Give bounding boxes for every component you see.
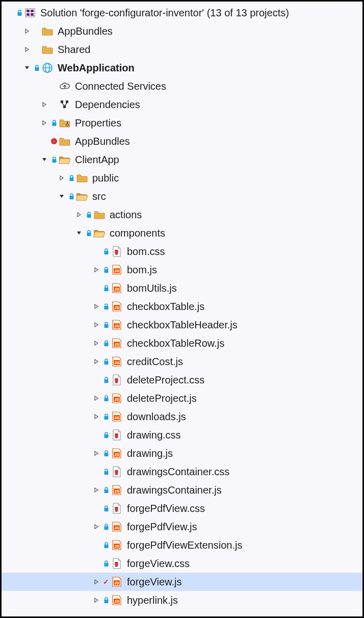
chevron-right-icon[interactable] (92, 266, 100, 274)
tree-item[interactable]: Properties (2, 114, 362, 132)
tree-item-label: forgePdfView.css (127, 503, 205, 514)
chevron-down-icon[interactable] (23, 64, 31, 72)
svg-rect-2 (27, 10, 30, 12)
js-icon: JS (111, 300, 123, 313)
chevron-right-icon[interactable] (75, 211, 83, 219)
folder-open-icon (59, 153, 71, 166)
chevron-right-icon[interactable] (23, 45, 31, 54)
tree-item[interactable]: bom.css (2, 242, 362, 261)
js-icon: JS (111, 410, 123, 423)
svg-rect-17 (63, 106, 66, 108)
js-icon: JS (111, 392, 123, 404)
tree-item[interactable]: forgeView.css (2, 554, 362, 573)
svg-line-19 (65, 103, 67, 106)
chevron-right-icon[interactable] (40, 100, 48, 109)
tree-item-label: Connected Services (75, 81, 166, 92)
svg-rect-54 (104, 434, 108, 438)
tree-item[interactable]: Shared (2, 40, 362, 59)
lock-icon (68, 175, 75, 182)
tree-item[interactable]: JSdrawing.js (2, 444, 362, 462)
tree-item[interactable]: WebApplication (2, 59, 362, 77)
tree-item-label: checkboxTable.js (127, 301, 204, 313)
tree-item[interactable]: Connected Services (2, 77, 362, 95)
css-icon (111, 502, 123, 514)
tree-item-label: forgePdfViewExtension.js (127, 539, 242, 551)
css-icon (111, 374, 123, 386)
lock-icon (102, 322, 110, 328)
tree-item-label: deleteProject.css (127, 374, 204, 386)
chevron-right-icon[interactable] (92, 413, 100, 421)
tree-item[interactable]: JSdownloads.js (2, 407, 362, 426)
svg-rect-47 (104, 379, 108, 383)
checked-out-icon: ✓ (102, 578, 110, 586)
css-icon (111, 245, 123, 258)
tree-item[interactable]: JScheckboxTableHeader.js (2, 316, 362, 334)
tree-item[interactable]: JScheckboxTable.js (2, 297, 362, 316)
tree-item[interactable]: drawingsContainer.css (2, 462, 362, 481)
tree-item-label: downloads.js (127, 411, 186, 423)
tree-item[interactable]: ✓JSforgeView.js (2, 573, 362, 591)
chevron-right-icon[interactable] (92, 596, 100, 604)
lock-icon (50, 157, 58, 163)
tree-item[interactable]: ClientApp (2, 150, 362, 169)
tree-item-label: bom.js (127, 264, 157, 276)
tree-item[interactable]: JSbom.js (2, 261, 362, 279)
solution-icon (24, 7, 36, 19)
tree-item[interactable]: JSbomUtils.js (2, 279, 362, 297)
tree-item[interactable]: Dependencies (2, 95, 362, 114)
tree-item[interactable]: JSdrawingsContainer.js (2, 481, 362, 499)
chevron-right-icon[interactable] (92, 357, 100, 366)
tree-item-label: drawing.css (127, 429, 181, 441)
chevron-right-icon[interactable] (92, 523, 100, 531)
chevron-right-icon[interactable] (92, 302, 100, 311)
chevron-right-icon[interactable] (58, 174, 66, 182)
tree-item[interactable]: JScreditCost.js (2, 352, 362, 371)
tree-item[interactable]: JSforgePdfViewExtension.js (2, 536, 362, 554)
tree-item[interactable]: actions (2, 205, 362, 224)
svg-text:JS: JS (114, 305, 119, 310)
chevron-right-icon[interactable] (92, 578, 100, 586)
folder-icon (41, 43, 54, 56)
tree-item[interactable]: Solution 'forge-configurator-inventor' (… (2, 4, 362, 22)
chevron-right-icon[interactable] (92, 449, 100, 457)
tree-item[interactable]: −AppBundles (2, 132, 362, 150)
chevron-right-icon[interactable] (92, 321, 100, 329)
chevron-right-icon[interactable] (92, 486, 100, 494)
chevron-right-icon[interactable] (92, 394, 100, 402)
tree-item[interactable]: forgePdfView.css (2, 499, 362, 518)
svg-text:JS: JS (114, 599, 119, 604)
chevron-down-icon[interactable] (40, 156, 48, 164)
tree-item[interactable]: src (2, 187, 362, 205)
tree-item[interactable]: AppBundles (2, 22, 362, 40)
svg-rect-58 (104, 471, 108, 475)
chevron-down-icon[interactable] (75, 229, 83, 237)
svg-text:JS: JS (114, 544, 119, 549)
svg-rect-15 (61, 100, 63, 103)
svg-rect-72 (104, 600, 108, 603)
folder-wrench-icon (59, 117, 71, 129)
lock-icon (33, 65, 40, 71)
chevron-right-icon[interactable] (23, 27, 31, 35)
js-icon: JS (111, 594, 123, 606)
svg-rect-4 (27, 13, 30, 16)
tree-item[interactable]: drawing.css (2, 426, 362, 444)
tree-item[interactable]: JSdeleteProject.js (2, 389, 362, 407)
chevron-right-icon[interactable] (92, 339, 100, 347)
tree-item[interactable]: JSforgePdfView.js (2, 518, 362, 536)
tree-item[interactable]: components (2, 224, 362, 242)
lock-icon (102, 487, 110, 494)
svg-text:JS: JS (114, 452, 119, 457)
tree-item[interactable]: public (2, 169, 362, 187)
lock-icon (102, 560, 110, 567)
svg-rect-5 (31, 13, 34, 16)
lock-icon (102, 377, 110, 383)
chevron-right-icon[interactable] (40, 119, 48, 127)
tree-item[interactable]: JShyperlink.js (2, 591, 362, 609)
chevron-down-icon[interactable] (58, 192, 66, 200)
js-icon: JS (111, 576, 123, 588)
tree-item[interactable]: deleteProject.css (2, 371, 362, 389)
js-icon: JS (111, 521, 123, 533)
tree-item-label: bom.css (127, 246, 165, 258)
tree-item[interactable]: JScheckboxTableRow.js (2, 334, 362, 352)
folder-open-icon (76, 190, 88, 202)
